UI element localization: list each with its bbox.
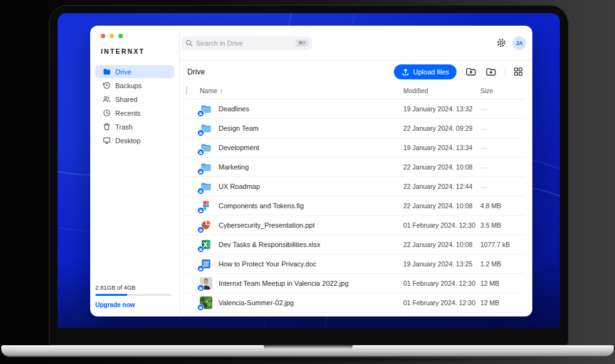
- file-size: 3.5 MB: [480, 221, 524, 229]
- file-name: Deadlines: [219, 105, 249, 113]
- laptop-base: [1, 345, 614, 357]
- search-field[interactable]: [196, 39, 292, 47]
- file-size: —: [480, 183, 524, 190]
- sidebar-item-label: Shared: [115, 96, 137, 103]
- file-modified-date: 22 January 2024. 10:08: [403, 202, 480, 210]
- file-size: 12 MB: [480, 280, 524, 287]
- column-header-size[interactable]: Size: [480, 87, 524, 94]
- shared-badge-icon: [197, 168, 204, 175]
- select-all-checkbox[interactable]: [186, 86, 187, 95]
- sidebar-item-backups[interactable]: Backups: [95, 79, 174, 92]
- file-size: 12 MB: [480, 299, 524, 306]
- word-icon: [200, 258, 212, 270]
- storage-progress-fill: [95, 294, 127, 296]
- sidebar-item-trash[interactable]: Trash: [95, 120, 174, 133]
- laptop-lid-notch: [264, 345, 353, 350]
- sidebar-item-label: Drive: [115, 68, 132, 76]
- content-header: Drive Upload files: [180, 61, 532, 83]
- file-name: Marketing: [219, 163, 249, 171]
- table-body: Deadlines 19 January 2024. 13:32 — Desig…: [186, 99, 524, 313]
- file-size: 1.2 MB: [480, 260, 524, 268]
- file-modified-date: 01 February 2024. 12:30: [403, 280, 480, 287]
- folder-icon: [103, 68, 111, 76]
- column-header-name[interactable]: Name: [200, 87, 217, 94]
- table-row[interactable]: Valencia-Summer-02.jpg 01 February 2024.…: [186, 293, 524, 313]
- desktop-icon: [103, 136, 111, 144]
- minimize-window-button[interactable]: [110, 34, 114, 38]
- file-name: Development: [219, 144, 259, 151]
- table-row[interactable]: Deadlines 19 January 2024. 13:32 —: [186, 99, 524, 119]
- sidebar-item-drive[interactable]: Drive: [95, 65, 174, 78]
- folder-icon: [200, 161, 212, 173]
- excel-icon: [200, 238, 212, 251]
- sidebar: INTERNXT Drive Backups Shared Recents Tr…: [90, 26, 179, 316]
- sidebar-item-label: Recents: [115, 109, 140, 117]
- toolbar-divider: [505, 67, 505, 76]
- table-row[interactable]: How to Protect Your Privacy.doc 19 Janua…: [186, 255, 524, 274]
- upload-files-label: Upload files: [413, 68, 449, 76]
- sidebar-item-desktop[interactable]: Desktop: [95, 134, 174, 147]
- file-name: Valencia-Summer-02.jpg: [219, 299, 294, 306]
- column-header-modified[interactable]: Modified: [403, 87, 480, 94]
- close-window-button[interactable]: [101, 34, 105, 38]
- desktop-wallpaper: INTERNXT Drive Backups Shared Recents Tr…: [58, 13, 560, 328]
- page-title: Drive: [187, 68, 205, 76]
- shared-badge-icon: [197, 226, 204, 233]
- file-name: Cybersecurity_Presentation.ppt: [219, 221, 314, 229]
- file-name: Internxt Team Meetup in Valencia 2022.jp…: [219, 280, 349, 287]
- file-size: 4.8 MB: [480, 202, 524, 210]
- sidebar-nav: Drive Backups Shared Recents Trash Deskt…: [90, 65, 179, 147]
- file-modified-date: 19 January 2024. 13:25: [403, 260, 480, 268]
- sidebar-item-recents[interactable]: Recents: [95, 106, 174, 119]
- figma-icon: [200, 200, 212, 212]
- shared-badge-icon: [197, 188, 204, 195]
- folder-icon: [200, 141, 212, 154]
- file-name: UX Roadmap: [219, 183, 260, 190]
- shared-badge-icon: [197, 246, 204, 253]
- search-shortcut-badge: ⌘F: [296, 39, 309, 47]
- zoom-window-button[interactable]: [118, 34, 123, 38]
- folder-icon: [200, 180, 212, 193]
- table-row[interactable]: Components and Tokens.fig 22 January 202…: [186, 196, 524, 216]
- sort-ascending-icon: ↑: [220, 88, 223, 94]
- clock-icon: [103, 109, 111, 117]
- settings-gear-icon[interactable]: [496, 38, 507, 48]
- storage-usage-label: 2.81GB of 4GB: [95, 284, 172, 291]
- file-name: Components and Tokens.fig: [219, 202, 304, 210]
- sidebar-item-label: Desktop: [115, 137, 140, 144]
- avatar[interactable]: JA: [512, 36, 526, 50]
- storage-progress-track: [95, 294, 172, 296]
- new-folder-button[interactable]: [485, 66, 497, 78]
- internxt-drive-window: INTERNXT Drive Backups Shared Recents Tr…: [90, 26, 532, 316]
- upgrade-link[interactable]: Upgrade now: [95, 301, 172, 308]
- upload-files-button[interactable]: Upload files: [394, 64, 457, 79]
- upload-folder-button[interactable]: [465, 66, 477, 78]
- shared-badge-icon: [197, 207, 204, 214]
- photo-person-icon: [200, 277, 212, 290]
- laptop-shadow: [25, 358, 589, 362]
- file-modified-date: 22 January 2024. 12:44: [403, 183, 480, 190]
- laptop-frame: INTERNXT Drive Backups Shared Recents Tr…: [49, 5, 569, 345]
- file-modified-date: 22 January 2024. 10:08: [403, 241, 480, 248]
- window-controls: [101, 34, 179, 38]
- upload-icon: [401, 68, 410, 76]
- shared-badge-icon: [197, 129, 204, 136]
- file-modified-date: 22 January 2024. 09:29: [403, 124, 480, 132]
- table-row[interactable]: Development 19 January 2024. 13:34 —: [186, 138, 524, 158]
- folder-plus-icon: [485, 66, 497, 78]
- file-size: 1077.7 kB: [480, 241, 524, 248]
- trash-icon: [103, 123, 111, 131]
- table-row[interactable]: UX Roadmap 22 January 2024. 12:44 —: [186, 177, 524, 196]
- sidebar-item-shared[interactable]: Shared: [95, 93, 174, 106]
- shared-badge-icon: [197, 110, 204, 117]
- search-input[interactable]: ⌘F: [181, 36, 312, 50]
- table-row[interactable]: Marketing 22 January 2024. 10:08 —: [186, 158, 524, 177]
- table-row[interactable]: Dev Tasks & Responsibilities.xlsx 22 Jan…: [186, 235, 524, 255]
- grid-view-button[interactable]: [513, 66, 524, 78]
- table-row[interactable]: Cybersecurity_Presentation.ppt 01 Februa…: [186, 216, 524, 235]
- table-row[interactable]: Design Team 22 January 2024. 09:29 —: [186, 119, 524, 138]
- main-panel: ⌘F JA Drive Upload files: [179, 26, 532, 316]
- file-name: Dev Tasks & Responsibilities.xlsx: [219, 241, 320, 248]
- table-row[interactable]: Internxt Team Meetup in Valencia 2022.jp…: [186, 274, 524, 293]
- powerpoint-icon: [200, 219, 212, 231]
